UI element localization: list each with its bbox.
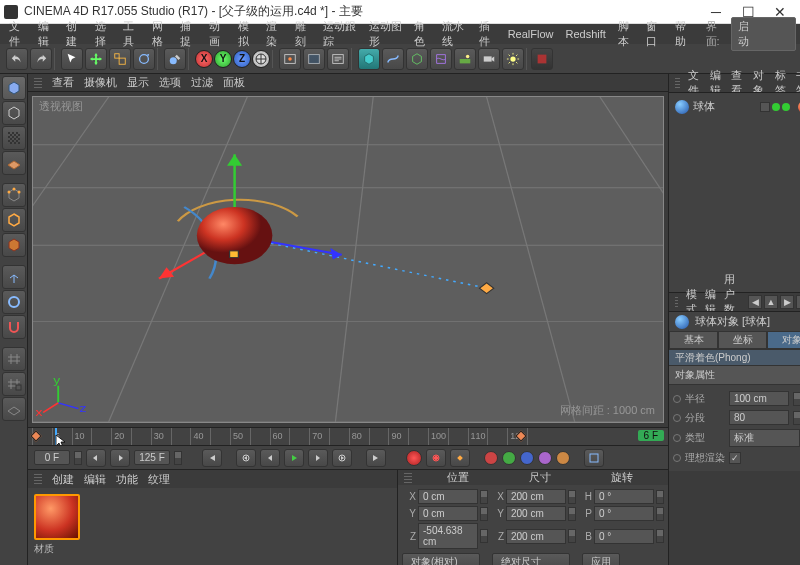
anim-dot[interactable] xyxy=(673,395,681,403)
key-options-button[interactable] xyxy=(584,449,604,467)
menu-help[interactable]: 帮助 xyxy=(670,17,697,51)
menu-select[interactable]: 选择 xyxy=(90,17,117,51)
planar-workplane-button[interactable] xyxy=(2,397,26,421)
pos-y-field[interactable]: 0 cm xyxy=(418,506,478,521)
mat-menu-texture[interactable]: 纹理 xyxy=(148,472,170,487)
menu-tools[interactable]: 工具 xyxy=(118,17,145,51)
anim-dot[interactable] xyxy=(673,414,681,422)
menu-render[interactable]: 渲染 xyxy=(261,17,288,51)
record-button[interactable] xyxy=(406,450,422,466)
playhead[interactable] xyxy=(55,428,57,445)
redshift-button[interactable] xyxy=(531,48,553,70)
attr-fwd-button[interactable]: ▶ xyxy=(780,295,794,309)
recent-tool[interactable] xyxy=(164,48,186,70)
size-mode-select[interactable]: 绝对尺寸 xyxy=(492,553,570,565)
view-menu-look[interactable]: 查看 xyxy=(52,75,74,90)
attr-tab-basic[interactable]: 基本 xyxy=(669,331,718,349)
workplane-button[interactable] xyxy=(2,347,26,371)
stepper[interactable] xyxy=(793,411,800,425)
view-menu-filter[interactable]: 过滤 xyxy=(191,75,213,90)
menu-mesh[interactable]: 网格 xyxy=(147,17,174,51)
type-select[interactable]: 标准 xyxy=(729,429,800,447)
attr-up-button[interactable]: ▲ xyxy=(764,295,778,309)
prev-frame-button[interactable] xyxy=(260,449,280,467)
spline-tool[interactable] xyxy=(382,48,404,70)
view-menu-panel[interactable]: 面板 xyxy=(223,75,245,90)
menu-anim[interactable]: 动画 xyxy=(204,17,231,51)
pos-z-field[interactable]: -504.638 cm xyxy=(418,523,478,549)
stepper[interactable] xyxy=(74,451,82,465)
visibility-render-dot[interactable] xyxy=(782,103,790,111)
mat-menu-func[interactable]: 功能 xyxy=(116,472,138,487)
polygons-mode-button[interactable] xyxy=(2,233,26,257)
rotate-tool[interactable] xyxy=(133,48,155,70)
menu-char[interactable]: 角色 xyxy=(409,17,436,51)
scale-tool[interactable] xyxy=(109,48,131,70)
attr-tab-coord[interactable]: 坐标 xyxy=(718,331,767,349)
points-mode-button[interactable] xyxy=(2,183,26,207)
anim-dot[interactable] xyxy=(673,454,681,462)
keyframe-sel-button[interactable] xyxy=(450,449,470,467)
menu-realflow[interactable]: RealFlow xyxy=(503,26,559,42)
coord-system-button[interactable] xyxy=(252,50,270,68)
object-tree[interactable]: 球体 xyxy=(669,92,800,292)
material-item[interactable]: 材质 xyxy=(34,494,80,559)
grip-icon[interactable] xyxy=(404,473,412,483)
size-z-field[interactable]: 200 cm xyxy=(506,529,566,544)
menu-create[interactable]: 创建 xyxy=(61,17,88,51)
attr-tab-object[interactable]: 对象 xyxy=(767,331,800,349)
render-picture-button[interactable] xyxy=(303,48,325,70)
model-mode-button[interactable] xyxy=(2,101,26,125)
end-frame-field[interactable]: 125 F xyxy=(134,450,170,465)
play-button[interactable] xyxy=(284,449,304,467)
environment-button[interactable] xyxy=(454,48,476,70)
param-key-button[interactable] xyxy=(538,451,552,465)
layer-swatch[interactable] xyxy=(760,102,770,112)
view-menu-options[interactable]: 选项 xyxy=(159,75,181,90)
goto-end-button[interactable] xyxy=(366,449,386,467)
coord-mode-select[interactable]: 对象(相对) xyxy=(402,553,480,565)
grip-icon[interactable] xyxy=(34,474,42,484)
goto-start-button[interactable] xyxy=(202,449,222,467)
view-menu-camera[interactable]: 摄像机 xyxy=(84,75,117,90)
next-key-button[interactable] xyxy=(332,449,352,467)
tree-item-sphere[interactable]: 球体 xyxy=(673,97,800,116)
menu-plugin[interactable]: 插件 xyxy=(474,17,501,51)
size-y-field[interactable]: 200 cm xyxy=(506,506,566,521)
radius-field[interactable]: 100 cm xyxy=(729,391,789,406)
menu-snap[interactable]: 捕捉 xyxy=(175,17,202,51)
render-settings-button[interactable] xyxy=(327,48,349,70)
light-button[interactable] xyxy=(502,48,524,70)
range-left-button[interactable] xyxy=(86,449,106,467)
layout-select[interactable]: 启动 xyxy=(731,17,796,51)
mat-menu-create[interactable]: 创建 xyxy=(52,472,74,487)
pos-x-field[interactable]: 0 cm xyxy=(418,489,478,504)
menu-mograph[interactable]: 运动图形 xyxy=(364,17,407,51)
attr-back-button[interactable]: ◀ xyxy=(748,295,762,309)
camera-button[interactable] xyxy=(478,48,500,70)
lock-x-button[interactable]: X xyxy=(195,50,213,68)
menu-redshift[interactable]: Redshift xyxy=(561,26,611,42)
range-right-button[interactable] xyxy=(110,449,130,467)
material-list[interactable]: 材质 xyxy=(28,488,397,565)
stepper[interactable] xyxy=(174,451,182,465)
edges-mode-button[interactable] xyxy=(2,208,26,232)
redo-button[interactable] xyxy=(30,48,52,70)
rot-h-field[interactable]: 0 ° xyxy=(594,489,654,504)
start-frame-field[interactable]: 0 F xyxy=(34,450,70,465)
viewport-3d[interactable]: y z x 透视视图 网格间距 : 1000 cm xyxy=(32,96,664,423)
rot-key-button[interactable] xyxy=(520,451,534,465)
generator-button[interactable] xyxy=(406,48,428,70)
next-frame-button[interactable] xyxy=(308,449,328,467)
menu-sculpt[interactable]: 雕刻 xyxy=(290,17,317,51)
lock-workplane-button[interactable] xyxy=(2,372,26,396)
anim-dot[interactable] xyxy=(673,434,681,442)
tree-item-label[interactable]: 球体 xyxy=(693,99,715,114)
viewport-solo-button[interactable] xyxy=(2,290,26,314)
rot-p-field[interactable]: 0 ° xyxy=(594,506,654,521)
apply-button[interactable]: 应用 xyxy=(582,553,620,565)
autokey-button[interactable] xyxy=(426,449,446,467)
lock-z-button[interactable]: Z xyxy=(233,50,251,68)
mat-menu-edit[interactable]: 编辑 xyxy=(84,472,106,487)
stepper[interactable] xyxy=(793,392,800,406)
